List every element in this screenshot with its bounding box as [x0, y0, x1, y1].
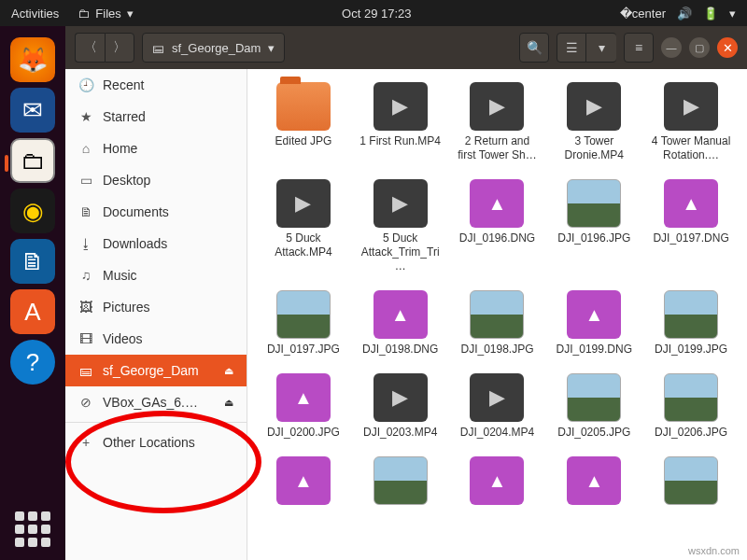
window-close[interactable]: ✕	[717, 37, 738, 58]
file-item[interactable]: DJI_0199.JPG	[644, 290, 738, 357]
photo-icon	[567, 373, 621, 422]
dock: 🦊 ✉ 🗀 ◉ 🗎 A ?	[0, 26, 65, 560]
sidebar-item-sf-george-dam[interactable]: 🖴sf_George_Dam⏏	[65, 355, 247, 386]
file-item[interactable]: ▲DJI_0199.DNG	[547, 290, 641, 357]
file-label: 5 Duck Attack.MP4	[261, 231, 345, 259]
window-minimize[interactable]: —	[661, 37, 682, 58]
file-item[interactable]	[644, 456, 738, 509]
file-label: DJI_0197.DNG	[653, 231, 728, 245]
image-icon: ▲	[664, 179, 718, 228]
file-item[interactable]: ▲	[257, 456, 350, 509]
chevron-down-icon: ▾	[268, 41, 275, 55]
file-item[interactable]: ▶5 Duck Attack.MP4	[257, 179, 350, 273]
dock-files[interactable]: 🗀	[10, 138, 55, 183]
files-window: 〈 〉 🖴 sf_George_Dam ▾ 🔍 ☰ ▾ ≡ — ▢ ✕ 🕘Rec…	[65, 26, 747, 560]
photo-icon	[470, 290, 524, 339]
dock-software[interactable]: A	[10, 289, 55, 334]
eject-icon[interactable]: ⏏	[224, 397, 233, 409]
video-icon: ▶	[470, 82, 524, 131]
nav-forward-button[interactable]: 〉	[105, 33, 134, 63]
dock-help[interactable]: ?	[10, 340, 55, 385]
image-icon: ▲	[276, 373, 331, 422]
file-item[interactable]: ▶DJI_0204.MP4	[451, 373, 544, 440]
sidebar-item-desktop[interactable]: ▭Desktop	[65, 164, 247, 196]
app-menu-label: Files	[95, 7, 120, 21]
file-item[interactable]: ▲DJI_0198.DNG	[354, 290, 447, 357]
file-label: DJI_0198.DNG	[362, 343, 438, 357]
window-maximize[interactable]: ▢	[689, 37, 710, 58]
sidebar-item-starred[interactable]: ★Starred	[65, 101, 247, 133]
video-icon: ▶	[664, 82, 718, 131]
sidebar-other-locations[interactable]: +Other Locations	[65, 427, 247, 458]
sidebar-item-pictures[interactable]: 🖼Pictures	[65, 291, 247, 323]
chevron-down-icon[interactable]: ▾	[729, 7, 736, 21]
app-menu[interactable]: 🗀 Files ▾	[78, 7, 133, 21]
sidebar-item-documents[interactable]: 🗎Documents	[65, 196, 247, 228]
sidebar-item-videos[interactable]: 🎞Videos	[65, 323, 247, 355]
sidebar-item-label: Desktop	[103, 173, 150, 188]
photo-icon	[664, 373, 718, 422]
file-item[interactable]: ▲DJI_0196.DNG	[451, 179, 544, 273]
battery-icon[interactable]: 🔋	[703, 7, 718, 21]
file-item[interactable]: ▲DJI_0197.DNG	[644, 179, 738, 273]
file-label: DJI_0199.DNG	[557, 343, 632, 357]
pathbar[interactable]: 🖴 sf_George_Dam ▾	[142, 33, 285, 63]
view-options-button[interactable]: ▾	[586, 33, 616, 63]
file-item[interactable]: DJI_0205.JPG	[547, 373, 641, 440]
sidebar-icon: 🕘	[78, 77, 93, 92]
sidebar-item-music[interactable]: ♫Music	[65, 259, 247, 291]
photo-icon	[374, 456, 428, 505]
file-item[interactable]: ▶4 Tower Manual Rotation.…	[644, 82, 738, 162]
dock-rhythmbox[interactable]: ◉	[10, 189, 55, 233]
pathbar-label: sf_George_Dam	[172, 41, 261, 55]
sidebar-item-label: Music	[103, 268, 137, 283]
eject-icon[interactable]: ⏏	[224, 365, 233, 377]
file-item[interactable]: DJI_0198.JPG	[451, 290, 544, 357]
file-item[interactable]: DJI_0206.JPG	[644, 373, 738, 440]
hamburger-menu[interactable]: ≡	[624, 33, 654, 63]
sidebar-item-downloads[interactable]: ⭳Downloads	[65, 228, 247, 259]
file-item[interactable]: ▲	[547, 456, 641, 509]
photo-icon	[276, 290, 331, 339]
file-item[interactable]: ▶3 Tower Dronie.MP4	[547, 82, 641, 162]
file-item[interactable]: ▲DJI_0200.JPG	[257, 373, 350, 440]
photo-icon	[567, 179, 621, 228]
dock-firefox[interactable]: 🦊	[10, 37, 55, 82]
file-item[interactable]: DJI_0197.JPG	[257, 290, 350, 357]
file-item[interactable]: ▲	[451, 456, 544, 509]
sidebar-item-recent[interactable]: 🕘Recent	[65, 69, 247, 101]
sidebar-icon: ★	[78, 109, 93, 124]
file-item[interactable]: ▶2 Return and first Tower Sh…	[451, 82, 544, 162]
dock-show-apps[interactable]	[15, 511, 50, 547]
file-label: DJI_0198.JPG	[460, 343, 533, 357]
file-item[interactable]: DJI_0196.JPG	[547, 179, 641, 273]
file-item[interactable]: ▶1 First Run.MP4	[354, 82, 447, 162]
clock[interactable]: Oct 29 17:23	[134, 7, 620, 21]
image-icon: ▲	[567, 290, 621, 339]
file-label: 3 Tower Dronie.MP4	[552, 134, 636, 162]
activities-button[interactable]: Activities	[11, 7, 59, 21]
network-icon[interactable]: �center	[620, 7, 666, 21]
sidebar-item-home[interactable]: ⌂Home	[65, 133, 247, 164]
video-icon: ▶	[374, 82, 428, 131]
file-label: DJI_0196.JPG	[557, 231, 630, 245]
drive-icon: 🖴	[152, 41, 164, 55]
view-list-button[interactable]: ☰	[557, 33, 586, 63]
dock-libreoffice[interactable]: 🗎	[10, 239, 55, 284]
file-item[interactable]	[354, 456, 447, 509]
file-item[interactable]: ▶DJI_0203.MP4	[354, 373, 447, 440]
volume-icon[interactable]: 🔊	[677, 7, 692, 21]
sidebar-icon: 🎞	[78, 331, 93, 346]
file-item[interactable]: ▶5 Duck Attack_Trim_Tri…	[354, 179, 447, 273]
video-icon: ▶	[374, 179, 428, 228]
sidebar-icon: ⊘	[78, 395, 93, 410]
file-label: DJI_0206.JPG	[655, 426, 727, 440]
sidebar-item-label: Videos	[103, 331, 143, 346]
sidebar-item-label: Starred	[103, 109, 146, 124]
search-button[interactable]: 🔍	[519, 33, 549, 63]
dock-thunderbird[interactable]: ✉	[10, 88, 55, 133]
sidebar-item-vbox-gas-6-[interactable]: ⊘VBox_GAs_6.…⏏	[65, 386, 247, 418]
file-item[interactable]: Edited JPG	[257, 82, 350, 162]
photo-icon	[664, 456, 718, 505]
nav-back-button[interactable]: 〈	[75, 33, 105, 63]
